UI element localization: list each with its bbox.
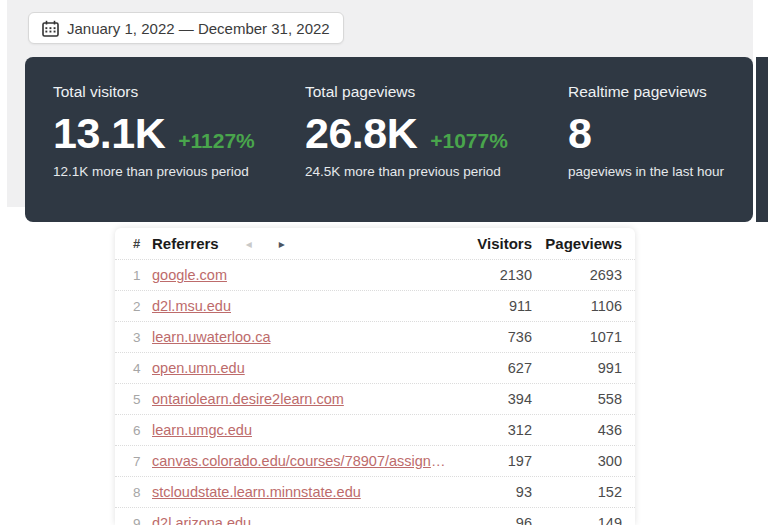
table-row: 5 ontariolearn.desire2learn.com 394 558 [115,383,635,414]
pageviews-value: 991 [532,360,622,376]
referrers-title: Referrers [152,235,219,252]
table-row: 1 google.com 2130 2693 [115,259,635,290]
stat-subtitle: 12.1K more than previous period [53,164,305,179]
row-rank: 4 [133,361,152,376]
pageviews-value: 436 [532,422,622,438]
row-rank: 6 [133,423,152,438]
visitors-value: 394 [452,391,532,407]
prev-page-icon[interactable]: ◂ [246,238,252,250]
referrer-link[interactable]: ontariolearn.desire2learn.com [152,391,452,407]
rank-column-header: # [133,236,152,251]
calendar-icon [42,20,59,37]
referrer-link[interactable]: open.umn.edu [152,360,452,376]
visitors-value: 312 [452,422,532,438]
row-rank: 2 [133,299,152,314]
stats-banner: Total visitors 13.1K +1127% 12.1K more t… [25,57,753,222]
stat-label: Total visitors [53,83,305,101]
row-rank: 1 [133,268,152,283]
stat-value: 8 [568,111,591,156]
visitors-value: 736 [452,329,532,345]
visitors-value: 2130 [452,267,532,283]
stat-delta: +1077% [430,129,508,153]
table-row: 4 open.umn.edu 627 991 [115,352,635,383]
stat-label: Total pageviews [305,83,568,101]
referrer-link[interactable]: canvas.colorado.edu/courses/78907/assign… [152,453,452,469]
date-range-label: January 1, 2022 — December 31, 2022 [67,20,330,37]
referrer-link[interactable]: stcloudstate.learn.minnstate.edu [152,484,452,500]
stat-subtitle: pageviews in the last hour [568,164,753,179]
table-row: 9 d2l.arizona.edu 96 149 [115,507,635,525]
pageviews-value: 149 [532,515,622,525]
visitors-column-header: Visitors [452,235,532,252]
stats-banner-clipped-edge [756,57,768,222]
stat-total-pageviews: Total pageviews 26.8K +1077% 24.5K more … [305,83,568,222]
table-row: 8 stcloudstate.learn.minnstate.edu 93 15… [115,476,635,507]
visitors-value: 627 [452,360,532,376]
row-rank: 3 [133,330,152,345]
stat-subtitle: 24.5K more than previous period [305,164,568,179]
stat-realtime-pageviews: Realtime pageviews 8 pageviews in the la… [568,83,753,222]
pageviews-value: 558 [532,391,622,407]
table-row: 3 learn.uwaterloo.ca 736 1071 [115,321,635,352]
visitors-value: 93 [452,484,532,500]
referrer-link[interactable]: d2l.msu.edu [152,298,452,314]
table-row: 7 canvas.colorado.edu/courses/78907/assi… [115,445,635,476]
visitors-value: 96 [452,515,532,525]
stat-value: 26.8K [305,111,417,156]
stat-value: 13.1K [53,111,165,156]
referrer-link[interactable]: d2l.arizona.edu [152,515,452,525]
row-rank: 5 [133,392,152,407]
pageviews-value: 2693 [532,267,622,283]
row-rank: 9 [133,516,152,525]
visitors-value: 911 [452,298,532,314]
referrers-table-header: # Referrers ◂ ▸ Visitors Pageviews [115,228,635,259]
visitors-value: 197 [452,453,532,469]
referrer-link[interactable]: learn.umgc.edu [152,422,452,438]
referrer-link[interactable]: learn.uwaterloo.ca [152,329,452,345]
stat-label: Realtime pageviews [568,83,753,101]
pageviews-value: 1106 [532,298,622,314]
table-row: 6 learn.umgc.edu 312 436 [115,414,635,445]
stat-delta: +1127% [178,129,255,153]
next-page-icon[interactable]: ▸ [279,238,285,250]
row-rank: 7 [133,454,152,469]
analytics-page: January 1, 2022 — December 31, 2022 Tota… [0,0,768,525]
pageviews-value: 300 [532,453,622,469]
stat-total-visitors: Total visitors 13.1K +1127% 12.1K more t… [53,83,305,222]
pageviews-value: 1071 [532,329,622,345]
date-range-picker[interactable]: January 1, 2022 — December 31, 2022 [28,12,344,44]
pageviews-value: 152 [532,484,622,500]
referrer-link[interactable]: google.com [152,267,452,283]
row-rank: 8 [133,485,152,500]
referrers-card: # Referrers ◂ ▸ Visitors Pageviews 1 goo… [115,228,635,525]
pageviews-column-header: Pageviews [532,235,622,252]
table-row: 2 d2l.msu.edu 911 1106 [115,290,635,321]
